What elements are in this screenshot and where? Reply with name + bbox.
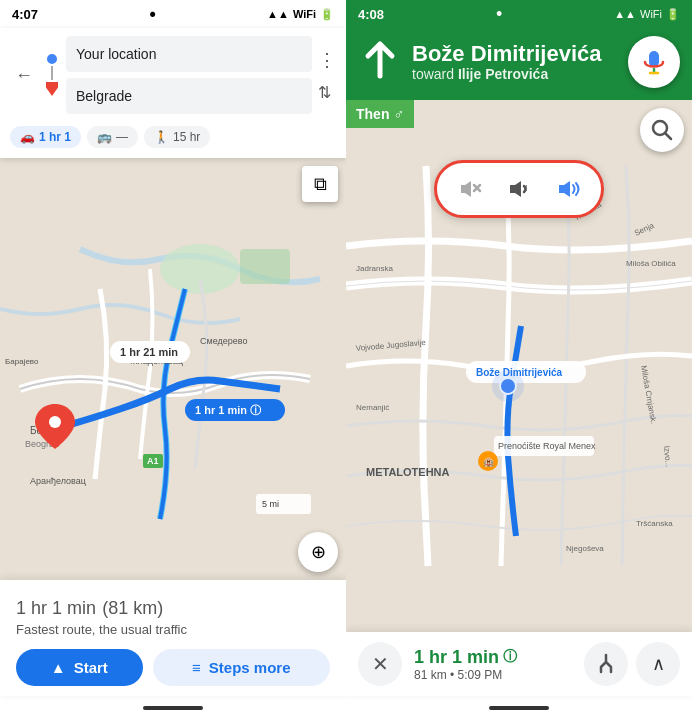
origin-text: Your location <box>76 46 156 62</box>
search-icon <box>651 119 673 141</box>
status-dot-left: • <box>149 4 155 25</box>
wifi-icon: WiFi <box>293 8 316 20</box>
nav-distance: 81 km <box>414 668 447 682</box>
transit-transport-btn[interactable]: 🚌 — <box>87 126 138 148</box>
search-button[interactable] <box>640 108 684 152</box>
svg-text:1 hr 21 min: 1 hr 21 min <box>120 346 178 358</box>
car-time: 1 hr 1 <box>39 130 71 144</box>
origin-input[interactable]: Your location <box>66 36 312 72</box>
svg-point-26 <box>492 370 524 402</box>
signal-icon-right: ▲▲ <box>614 8 636 20</box>
info-icon: ⓘ <box>503 648 517 666</box>
separator: • <box>450 668 458 682</box>
left-panel: 4:07 • ▲▲ WiFi 🔋 ← Your location Belgrad… <box>0 0 346 720</box>
map-area-right: Bože Dimitrijevića Prenoćište Royal Mene… <box>346 100 692 632</box>
action-buttons: ▲ Start ≡ Steps more <box>16 649 330 686</box>
medium-sound-icon: ! <box>505 175 533 203</box>
bottom-panel: 1 hr 1 min (81 km) Fastest route, the us… <box>0 580 346 696</box>
nav-time-info: 1 hr 1 min ⓘ 81 km • 5:09 PM <box>410 647 576 682</box>
battery-icon: 🔋 <box>320 8 334 21</box>
walk-icon: 🚶 <box>154 130 169 144</box>
time-right: 4:08 <box>358 7 384 22</box>
nav-text: Bože Dimitrijevića toward Ilije Petrović… <box>412 42 618 82</box>
search-header: ← Your location Belgrade ⋮ ⇅ <box>0 28 346 158</box>
svg-text:Барајево: Барајево <box>5 357 39 366</box>
sound-selector: ! <box>434 160 604 218</box>
svg-text:Njegoševa: Njegoševa <box>566 544 604 553</box>
status-bar-right: 4:08 • ▲▲ WiFi 🔋 <box>346 0 692 28</box>
medium-sound-btn[interactable]: ! <box>501 171 537 207</box>
svg-text:🏨: 🏨 <box>483 456 495 468</box>
locate-icon: ⊕ <box>311 541 326 563</box>
chevron-up-icon: ∧ <box>652 653 665 675</box>
destination-text: Belgrade <box>76 88 132 104</box>
toward-street: Ilije Petrovića <box>458 66 548 82</box>
mute-sound-btn[interactable] <box>451 171 487 207</box>
destination-input[interactable]: Belgrade <box>66 78 312 114</box>
nav-arrival: 5:09 PM <box>458 668 503 682</box>
expand-button[interactable]: ∧ <box>636 642 680 686</box>
svg-line-43 <box>665 133 671 139</box>
destination-dot <box>46 82 58 96</box>
svg-text:A1: A1 <box>147 456 159 466</box>
svg-text:Prenoćište Royal Menex: Prenoćište Royal Menex <box>498 441 596 451</box>
fork-icon <box>594 652 618 676</box>
nav-time-main: 1 hr 1 min ⓘ <box>414 647 576 668</box>
swap-routes-button[interactable]: ⇅ <box>318 83 336 102</box>
walk-time: 15 hr <box>173 130 200 144</box>
back-button[interactable]: ← <box>10 61 38 89</box>
nav-pill-left[interactable] <box>143 706 203 710</box>
origin-dot <box>47 54 57 64</box>
mic-button[interactable] <box>628 36 680 88</box>
alt-route-button[interactable] <box>584 642 628 686</box>
steps-label: Steps more <box>209 659 291 676</box>
car-icon: 🚗 <box>20 130 35 144</box>
svg-text:Jadranska: Jadranska <box>356 264 393 273</box>
nav-pill-right[interactable] <box>489 706 549 710</box>
route-line <box>51 66 53 80</box>
svg-point-14 <box>49 416 61 428</box>
bottom-nav-bar: ✕ 1 hr 1 min ⓘ 81 km • 5:09 PM ∧ <box>346 632 692 696</box>
status-dot-right: • <box>496 4 502 25</box>
wifi-icon-right: WiFi <box>640 8 662 20</box>
right-panel: 4:08 • ▲▲ WiFi 🔋 Bože Dimitrijevića towa… <box>346 0 692 720</box>
svg-text:Tršćanska: Tršćanska <box>636 519 673 528</box>
locate-button[interactable]: ⊕ <box>298 532 338 572</box>
search-row: ← Your location Belgrade ⋮ ⇅ <box>10 36 336 114</box>
svg-text:METALOTEHNA: METALOTEHNA <box>366 466 450 478</box>
nav-bar-left <box>0 696 346 720</box>
svg-text:Смедерево: Смедерево <box>200 336 247 346</box>
route-dots <box>46 54 58 96</box>
svg-text:Nemanjić: Nemanjić <box>356 403 389 412</box>
steps-button[interactable]: ≡ Steps more <box>153 649 330 686</box>
input-fields: Your location Belgrade <box>66 36 312 114</box>
gender-icon: ♂ <box>393 106 404 122</box>
then-badge: Then ♂ <box>346 100 414 128</box>
layers-button[interactable]: ⧉ <box>302 166 338 202</box>
more-options-button[interactable]: ⋮ <box>318 49 336 71</box>
route-time: 1 hr 1 min (81 km) <box>16 594 330 620</box>
toward-prefix: toward <box>412 66 454 82</box>
street-name: Bože Dimitrijevića <box>412 42 618 66</box>
route-options-row: 🚗 1 hr 1 🚌 — 🚶 15 hr <box>10 120 336 150</box>
nav-header: Bože Dimitrijevića toward Ilije Petrović… <box>346 28 692 100</box>
nav-time-value: 1 hr 1 min <box>414 647 499 668</box>
svg-text:5 mi: 5 mi <box>262 499 279 509</box>
svg-rect-2 <box>240 249 290 284</box>
battery-icon-right: 🔋 <box>666 8 680 21</box>
time-value: 1 hr 1 min <box>16 598 96 618</box>
start-button[interactable]: ▲ Start <box>16 649 143 686</box>
status-icons-left: ▲▲ WiFi 🔋 <box>267 8 334 21</box>
close-nav-button[interactable]: ✕ <box>358 642 402 686</box>
loud-sound-icon <box>555 175 583 203</box>
walk-transport-btn[interactable]: 🚶 15 hr <box>144 126 210 148</box>
loud-sound-btn[interactable] <box>551 171 587 207</box>
layers-icon: ⧉ <box>314 174 327 195</box>
svg-rect-20 <box>649 51 659 67</box>
then-label: Then <box>356 106 389 122</box>
direction-arrow <box>358 40 402 84</box>
car-transport-btn[interactable]: 🚗 1 hr 1 <box>10 126 81 148</box>
time-left: 4:07 <box>12 7 38 22</box>
navigation-icon: ▲ <box>51 659 66 676</box>
svg-text:1 hr 1 min ⓘ: 1 hr 1 min ⓘ <box>195 404 262 416</box>
